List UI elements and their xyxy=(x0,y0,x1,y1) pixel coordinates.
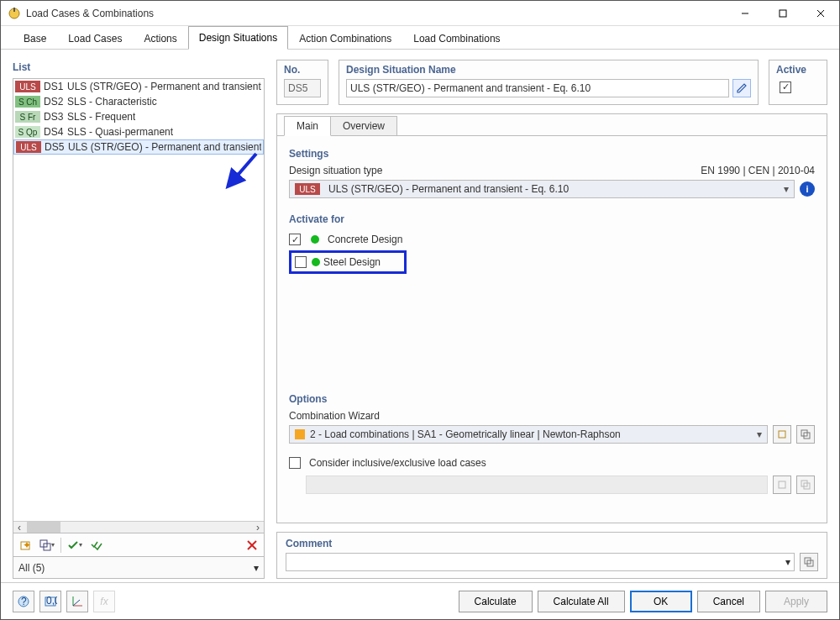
new-item-button[interactable]: ✦ xyxy=(17,537,34,554)
subtab-main[interactable]: Main xyxy=(284,116,331,136)
apply-button: Apply xyxy=(765,591,827,612)
calculate-all-button[interactable]: Calculate All xyxy=(538,591,625,612)
ok-button[interactable]: OK xyxy=(630,591,692,612)
name-field: Design Situation Name ULS (STR/GEO) - Pe… xyxy=(339,60,759,105)
options-title: Options xyxy=(289,393,815,405)
active-field: Active xyxy=(769,60,827,105)
steel-checkbox[interactable] xyxy=(295,256,307,268)
svg-rect-13 xyxy=(779,431,785,438)
footer: ? 0,00 fx Calculate Calculate All OK Can… xyxy=(1,582,839,619)
dst-dropdown[interactable]: ULS ULS (STR/GEO) - Permanent and transi… xyxy=(289,180,795,198)
dst-tag: ULS xyxy=(295,183,320,195)
tab-load-combinations[interactable]: Load Combinations xyxy=(402,27,511,50)
tab-load-cases[interactable]: Load Cases xyxy=(57,27,133,50)
ds-number: DS2 xyxy=(44,96,67,108)
ds-name: SLS - Frequent xyxy=(67,111,135,123)
cancel-button[interactable]: Cancel xyxy=(697,591,760,612)
list-row[interactable]: S ChDS2SLS - Characteristic xyxy=(13,94,264,109)
axes-button[interactable] xyxy=(66,591,88,612)
list-row[interactable]: S QpDS4SLS - Quasi-permanent xyxy=(13,124,264,139)
check-all-button[interactable] xyxy=(88,537,105,554)
wizard-edit-button[interactable] xyxy=(796,425,815,444)
wizard-new-button[interactable] xyxy=(773,425,791,444)
app-icon xyxy=(8,7,21,20)
ds-name: ULS (STR/GEO) - Permanent and transient … xyxy=(68,141,261,153)
concrete-checkbox[interactable] xyxy=(289,234,301,245)
svg-text:0,00: 0,00 xyxy=(46,595,57,607)
ds-name: SLS - Quasi-permanent xyxy=(67,126,173,138)
svg-rect-16 xyxy=(779,481,785,488)
close-button[interactable] xyxy=(801,1,839,26)
standard-text: EN 1990 | CEN | 2010-04 xyxy=(701,165,815,176)
svg-text:?: ? xyxy=(21,596,27,607)
tab-action-combinations[interactable]: Action Combinations xyxy=(288,27,402,50)
comment-combo[interactable]: ▾ xyxy=(286,553,795,571)
cw-dropdown[interactable]: 2 - Load combinations | SA1 - Geometrica… xyxy=(289,425,768,444)
copy-item-button[interactable]: ▾ xyxy=(39,537,55,554)
no-field: No. DS5 xyxy=(276,60,328,105)
no-value: DS5 xyxy=(284,79,321,97)
ds-name: SLS - Characteristic xyxy=(67,96,157,108)
consider-edit-button xyxy=(796,476,815,494)
list-row[interactable]: ULSDS1ULS (STR/GEO) - Permanent and tran… xyxy=(13,79,264,94)
concrete-label: Concrete Design xyxy=(328,234,402,245)
list-toolbar: ✦ ▾ ▾ xyxy=(13,533,265,557)
minimize-button[interactable] xyxy=(726,1,764,26)
calculate-button[interactable]: Calculate xyxy=(459,591,533,612)
tag-badge: ULS xyxy=(15,81,40,92)
cw-label: Combination Wizard xyxy=(289,410,815,422)
list-label: List xyxy=(13,60,265,75)
units-button[interactable]: 0,00 xyxy=(39,591,61,612)
status-dot-icon xyxy=(312,258,320,266)
tab-base[interactable]: Base xyxy=(13,27,57,50)
steel-label: Steel Design xyxy=(323,256,381,268)
info-button[interactable]: i xyxy=(800,181,815,197)
consider-new-button xyxy=(773,476,791,494)
svg-text:✦: ✦ xyxy=(23,539,31,551)
main-tabs: Base Load Cases Actions Design Situation… xyxy=(1,26,839,50)
pencil-icon xyxy=(736,82,748,94)
tab-actions[interactable]: Actions xyxy=(133,27,187,50)
tag-badge: S Fr xyxy=(15,111,40,123)
list-filter[interactable]: All (5) ▾ xyxy=(13,557,265,579)
chevron-down-icon: ▾ xyxy=(785,556,790,568)
list-h-scrollbar[interactable]: ‹› xyxy=(13,521,264,533)
tab-design-situations[interactable]: Design Situations xyxy=(188,26,288,50)
chevron-down-icon: ▾ xyxy=(254,562,259,574)
help-button[interactable]: ? xyxy=(13,591,34,612)
edit-name-button[interactable] xyxy=(732,79,751,97)
comment-library-button[interactable] xyxy=(800,553,818,571)
titlebar: Load Cases & Combinations xyxy=(1,1,839,26)
list-box: ULSDS1ULS (STR/GEO) - Permanent and tran… xyxy=(13,78,265,533)
consider-label: Consider inclusive/exclusive load cases xyxy=(309,457,486,469)
ds-name: ULS (STR/GEO) - Permanent and transient … xyxy=(67,81,262,92)
svg-rect-1 xyxy=(13,8,15,12)
settings-title: Settings xyxy=(289,148,815,160)
list-row[interactable]: S FrDS3SLS - Frequent xyxy=(13,109,264,124)
subtab-overview[interactable]: Overview xyxy=(330,116,397,135)
svg-rect-3 xyxy=(780,10,786,17)
consider-checkbox[interactable] xyxy=(289,457,301,469)
comment-label: Comment xyxy=(286,538,332,549)
check-button[interactable]: ▾ xyxy=(66,537,83,554)
name-label: Design Situation Name xyxy=(346,64,751,76)
maximize-button[interactable] xyxy=(764,1,801,26)
cw-value: 2 - Load combinations | SA1 - Geometrica… xyxy=(310,428,621,440)
ds-number: DS1 xyxy=(44,81,67,92)
list-row[interactable]: ULSDS5ULS (STR/GEO) - Permanent and tran… xyxy=(13,139,264,155)
consider-disabled-field xyxy=(306,476,768,494)
ds-number: DS5 xyxy=(45,141,68,153)
tag-badge: S Ch xyxy=(15,96,40,108)
ds-number: DS4 xyxy=(44,126,67,138)
tag-badge: ULS xyxy=(16,141,41,153)
name-input[interactable]: ULS (STR/GEO) - Permanent and transient … xyxy=(346,79,729,97)
active-checkbox[interactable] xyxy=(780,81,791,93)
steel-highlight-frame: Steel Design xyxy=(289,250,407,274)
tag-badge: S Qp xyxy=(15,126,40,138)
delete-item-button[interactable] xyxy=(244,537,260,554)
svg-line-27 xyxy=(73,600,80,606)
active-label: Active xyxy=(776,64,820,76)
status-dot-icon xyxy=(311,235,319,244)
fx-button: fx xyxy=(93,591,115,612)
wizard-icon xyxy=(295,429,305,439)
